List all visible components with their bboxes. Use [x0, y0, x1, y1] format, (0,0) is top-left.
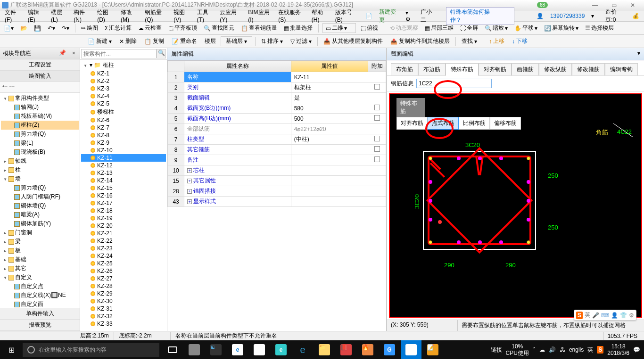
section-tab[interactable]: 编辑弯钩 — [605, 63, 638, 75]
tree-node[interactable]: 暗梁(A) — [1, 210, 79, 219]
kz-item[interactable]: KZ-30 — [81, 297, 166, 305]
kz-item[interactable]: KZ-1 — [81, 70, 166, 77]
kz-item[interactable]: KZ-24 — [81, 252, 166, 260]
kz-item[interactable]: KZ-4 — [81, 92, 166, 100]
kz-item[interactable]: KZ-2 — [81, 77, 166, 85]
tree-node[interactable]: 自定义点 — [1, 282, 79, 291]
new-change-button[interactable]: 新建变更 — [376, 7, 402, 25]
new-file-button[interactable]: 📄▾ — [2, 24, 16, 33]
zoom-button[interactable]: 🔍缩放▾ — [483, 23, 510, 33]
clock[interactable]: 15:182018/3/6 — [607, 343, 629, 357]
orbit-button[interactable]: ⟲动态观察 — [388, 23, 420, 33]
menu-cloud[interactable]: 云应用(Y) — [217, 8, 244, 24]
delete-button[interactable]: ✕删除 — [116, 36, 140, 46]
copy-button[interactable]: 📋复制 — [141, 36, 167, 46]
taskview-button[interactable] — [162, 340, 183, 359]
menu-online[interactable]: 在线服务(S) — [275, 8, 308, 24]
tree-node[interactable]: ▸基础 — [1, 255, 79, 264]
menu-rebar[interactable]: 钢筋量(Q) — [142, 8, 170, 24]
app-ie[interactable]: e — [271, 340, 291, 359]
kz-item[interactable]: KZ-27 — [81, 275, 166, 282]
section-subtab[interactable]: 偏移布筋 — [490, 117, 521, 130]
copy-to-floor-button[interactable]: 📤复制构件到其他楼层 — [388, 36, 453, 46]
local3d-button[interactable]: ▦局部三维 — [423, 23, 455, 33]
kz-item[interactable]: KZ-33 — [81, 320, 166, 328]
redo-button[interactable]: ↷▾ — [60, 24, 71, 33]
tree-node[interactable]: 砌体墙(Q) — [1, 201, 79, 210]
app-5[interactable]: G — [379, 340, 400, 359]
rotate-screen-button[interactable]: 🔄屏幕旋转▾ — [542, 23, 580, 33]
tree-node[interactable]: 框柱(Z) — [1, 121, 79, 130]
kz-item[interactable]: KZ-3 — [81, 85, 166, 92]
kz-item[interactable]: KZ-18 — [81, 207, 166, 214]
tree-node[interactable]: 剪力墙(Q) — [1, 183, 79, 192]
sum-button[interactable]: Σ 汇总计算 — [103, 23, 133, 33]
kz-item[interactable]: KZ-14 — [81, 177, 166, 184]
tree-node[interactable]: ▸门窗洞 — [1, 228, 79, 237]
kz-item[interactable]: KZ-8 — [81, 132, 166, 139]
menu-version[interactable]: 版本号(B) — [332, 8, 360, 24]
view-rebar-button[interactable]: 📋查看钢筋量 — [239, 23, 279, 33]
section-tab[interactable]: 修改纵筋 — [539, 63, 572, 75]
rename-button[interactable]: 📝重命名 — [169, 36, 200, 46]
notification-icon[interactable]: 💬 — [633, 346, 640, 353]
move-down-button[interactable]: ↓下移 — [509, 36, 530, 46]
taskbar-search[interactable]: 在这里输入你要搜索的内容 — [23, 343, 159, 357]
move-up-button[interactable]: ↑上移 — [486, 36, 507, 46]
property-row[interactable]: 43+显示样式 — [168, 197, 386, 207]
menu-tools[interactable]: 工具(T) — [194, 8, 216, 24]
new-button[interactable]: 📄新建▾ — [85, 36, 115, 46]
kz-item[interactable]: KZ-31 — [81, 305, 166, 313]
start-button[interactable]: ⊞ — [0, 346, 23, 354]
section-subtab[interactable]: 对齐布筋 — [396, 117, 428, 130]
property-row[interactable]: 7柱类型(中柱) — [168, 134, 386, 145]
tree-node[interactable]: 筏板基础(M) — [1, 112, 79, 121]
property-row[interactable]: 1名称KZ-11 — [168, 72, 386, 82]
section-tab[interactable]: 对齐钢筋 — [479, 63, 512, 75]
app-explorer[interactable]: 📁 — [314, 340, 335, 359]
menu-edit[interactable]: 编辑(E) — [25, 8, 47, 24]
menu-component[interactable]: 构件(N) — [71, 8, 93, 24]
pan-button[interactable]: ✋平移▾ — [512, 23, 539, 33]
tree-node[interactable]: 现浇板(B) — [1, 148, 79, 156]
tree-node[interactable]: ▸其它 — [1, 264, 79, 273]
rebar-info-input[interactable] — [416, 79, 492, 88]
top-view-button[interactable]: ⬚俯视 — [359, 23, 380, 33]
kz-item[interactable]: KZ-26 — [81, 267, 166, 275]
open-button[interactable]: 📂 — [18, 24, 29, 33]
kz-item[interactable]: KZ-11 — [81, 154, 166, 162]
kz-item[interactable]: KZ-6 — [81, 116, 166, 124]
app-3[interactable]: 📕 — [336, 340, 356, 359]
property-table[interactable]: 属性名称 属性值 附加 1名称KZ-112类别框架柱3截面编辑是4截面宽(B边)… — [167, 60, 386, 207]
project-settings-button[interactable]: 工程设置 — [0, 59, 80, 71]
kz-item[interactable]: KZ-20 — [81, 222, 166, 230]
tree-node[interactable]: 自定义面 — [1, 300, 79, 308]
base-floor-select[interactable]: 基础层 ▾ — [221, 36, 252, 46]
find-button[interactable]: 查找▾ — [459, 36, 480, 46]
kz-item[interactable]: KZ-23 — [81, 245, 166, 252]
section-subtab[interactable]: 比例布筋 — [459, 117, 490, 130]
phone-label[interactable]: 13907298339 — [547, 12, 587, 20]
property-row[interactable]: 4截面宽(B边)(mm)580 — [168, 103, 386, 114]
section-subtab[interactable]: 点式布筋 — [428, 117, 459, 130]
user-button[interactable]: 广小二 — [418, 7, 438, 25]
tree-node[interactable]: ▸轴线 — [1, 156, 79, 165]
view-mode-select[interactable]: ▭二维 ▾ — [322, 23, 356, 33]
tray-up-icon[interactable]: ˄ — [533, 346, 536, 353]
menu-draw[interactable]: 绘图(D) — [94, 8, 117, 24]
tree-node[interactable]: 自定义线(X)🔲NE — [1, 291, 79, 300]
section-tab[interactable]: 画箍筋 — [512, 63, 539, 75]
property-row[interactable]: 15+其它属性 — [168, 176, 386, 186]
undo-button[interactable]: ↶▾ — [46, 24, 57, 33]
floor-button[interactable]: 楼层 — [202, 36, 219, 46]
kz-item[interactable]: KZ-7 — [81, 124, 166, 132]
kz-item[interactable]: KZ-9 — [81, 139, 166, 147]
sort-button[interactable]: ⇅排序▾ — [258, 36, 286, 46]
kz-item[interactable]: KZ-22 — [81, 237, 166, 245]
tree-node[interactable]: 梁(L) — [1, 139, 79, 148]
menu-file[interactable]: 文件(F) — [2, 8, 24, 24]
section-dropdown-icon[interactable]: ▾ — [637, 50, 640, 58]
kz-item[interactable]: KZ-10 — [81, 147, 166, 154]
app-4[interactable]: 🔥 — [357, 340, 378, 359]
menu-floor[interactable]: 楼层(L) — [48, 8, 70, 24]
